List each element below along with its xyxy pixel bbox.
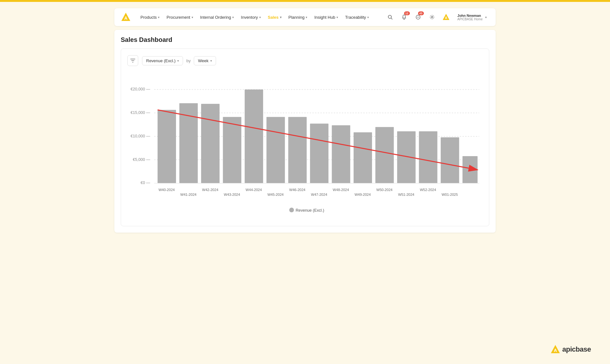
svg-point-6 bbox=[418, 17, 418, 17]
chevron-down-icon: ▾ bbox=[280, 16, 281, 19]
brand-name: apicbase bbox=[562, 345, 591, 354]
page-title: Sales Dashboard bbox=[121, 36, 489, 43]
period-selector[interactable]: Week ▾ bbox=[194, 56, 216, 65]
svg-point-7 bbox=[418, 17, 419, 17]
bar-w52 bbox=[419, 131, 437, 183]
svg-text:W49-2024: W49-2024 bbox=[355, 193, 371, 196]
svg-point-2 bbox=[388, 15, 391, 18]
user-chevron-icon: ▾ bbox=[485, 16, 487, 19]
svg-text:W52-2024: W52-2024 bbox=[420, 188, 436, 192]
legend-dot bbox=[289, 208, 294, 212]
svg-text:W47-2024: W47-2024 bbox=[311, 193, 327, 196]
nav-planning[interactable]: Planning ▾ bbox=[285, 13, 311, 22]
svg-text:€10,000 —: €10,000 — bbox=[131, 134, 150, 138]
bar-w49 bbox=[354, 132, 372, 183]
bar-w48 bbox=[332, 125, 350, 183]
svg-point-8 bbox=[431, 17, 433, 18]
chart-wrapper: Revenue (Excl.) ▾ by Week ▾ €20,000 — €1… bbox=[121, 49, 489, 226]
svg-text:W50-2024: W50-2024 bbox=[376, 188, 392, 192]
bar-w43 bbox=[223, 117, 241, 183]
svg-text:W44-2024: W44-2024 bbox=[246, 188, 262, 192]
svg-line-3 bbox=[391, 18, 392, 19]
legend-label: Revenue (Excl.) bbox=[295, 208, 324, 213]
svg-text:W42-2024: W42-2024 bbox=[202, 188, 218, 192]
chevron-down-icon: ▾ bbox=[177, 59, 179, 63]
chevron-down-icon: ▾ bbox=[259, 16, 261, 19]
navbar: A Products ▾ Procurement ▾ Internal Orde… bbox=[114, 8, 496, 26]
chevron-down-icon: ▾ bbox=[158, 16, 159, 19]
bar-w47 bbox=[310, 124, 329, 183]
nav-traceability[interactable]: Traceability ▾ bbox=[342, 13, 372, 22]
nav-sales[interactable]: Sales ▾ bbox=[265, 13, 285, 22]
search-button[interactable] bbox=[385, 12, 395, 22]
nav-items: Products ▾ Procurement ▾ Internal Orderi… bbox=[137, 13, 385, 22]
bar-w45 bbox=[267, 117, 285, 183]
chart-controls: Revenue (Excl.) ▾ by Week ▾ bbox=[127, 55, 483, 66]
chevron-down-icon: ▾ bbox=[306, 16, 307, 19]
chevron-down-icon: ▾ bbox=[192, 16, 193, 19]
chart-svg-container: €20,000 — €15,000 — €10,000 — €5,000 — €… bbox=[127, 71, 483, 220]
bottom-branding: A apicbase bbox=[550, 344, 591, 354]
bar-w44 bbox=[245, 89, 263, 183]
svg-text:W46-2024: W46-2024 bbox=[289, 188, 305, 192]
user-company: APICBASE Home bbox=[458, 17, 483, 21]
user-logo-icon: A bbox=[441, 12, 451, 22]
user-menu[interactable]: John Newman APICBASE Home ▾ bbox=[455, 12, 489, 22]
chevron-down-icon: ▾ bbox=[232, 16, 234, 19]
nav-insight-hub[interactable]: Insight Hub ▾ bbox=[311, 13, 341, 22]
nav-inventory[interactable]: Inventory ▾ bbox=[238, 13, 264, 22]
main-container: A Products ▾ Procurement ▾ Internal Orde… bbox=[114, 2, 496, 233]
svg-text:A: A bbox=[445, 16, 447, 20]
chevron-down-icon: ▾ bbox=[367, 16, 369, 19]
nav-products[interactable]: Products ▾ bbox=[137, 13, 163, 22]
svg-text:W41-2024: W41-2024 bbox=[180, 193, 196, 196]
metric-selector[interactable]: Revenue (Excl.) ▾ bbox=[142, 56, 183, 65]
bar-chart: €20,000 — €15,000 — €10,000 — €5,000 — €… bbox=[127, 71, 483, 218]
svg-text:€0 —: €0 — bbox=[141, 181, 151, 185]
svg-text:W40-2024: W40-2024 bbox=[159, 188, 175, 192]
messages-button[interactable]: 43 bbox=[413, 12, 423, 22]
nav-procurement[interactable]: Procurement ▾ bbox=[163, 13, 196, 22]
svg-text:€5,000 —: €5,000 — bbox=[133, 157, 150, 162]
chevron-down-icon: ▾ bbox=[210, 59, 212, 63]
svg-text:W51-2024: W51-2024 bbox=[398, 193, 414, 196]
svg-text:A: A bbox=[124, 16, 127, 21]
bar-w50 bbox=[375, 127, 394, 183]
notifications-button[interactable]: 12 bbox=[399, 12, 409, 22]
content-card: Sales Dashboard Revenue (Excl.) ▾ by bbox=[114, 30, 496, 233]
svg-text:A: A bbox=[554, 348, 557, 353]
user-name: John Newman bbox=[458, 14, 483, 17]
bar-w42 bbox=[201, 104, 220, 183]
brand-logo-icon: A bbox=[550, 344, 560, 354]
bar-w46 bbox=[288, 117, 307, 183]
settings-button[interactable] bbox=[427, 12, 437, 22]
svg-text:W01-2025: W01-2025 bbox=[442, 193, 458, 196]
bar-w40 bbox=[158, 110, 176, 183]
svg-text:€15,000 —: €15,000 — bbox=[131, 110, 150, 115]
svg-text:W43-2024: W43-2024 bbox=[224, 193, 240, 196]
messages-badge: 43 bbox=[418, 11, 424, 15]
nav-internal-ordering[interactable]: Internal Ordering ▾ bbox=[197, 13, 237, 22]
svg-text:€20,000 —: €20,000 — bbox=[131, 87, 150, 91]
svg-point-5 bbox=[417, 17, 417, 17]
svg-text:W48-2024: W48-2024 bbox=[333, 188, 349, 192]
nav-right: 12 43 A bbox=[385, 12, 489, 22]
svg-text:W45-2024: W45-2024 bbox=[268, 193, 284, 196]
bar-w01-2025 bbox=[441, 137, 459, 183]
filter-button[interactable] bbox=[127, 55, 138, 66]
by-label: by bbox=[186, 58, 191, 63]
notification-badge: 12 bbox=[404, 11, 410, 15]
chevron-down-icon: ▾ bbox=[336, 16, 338, 19]
app-logo[interactable]: A bbox=[121, 12, 131, 22]
